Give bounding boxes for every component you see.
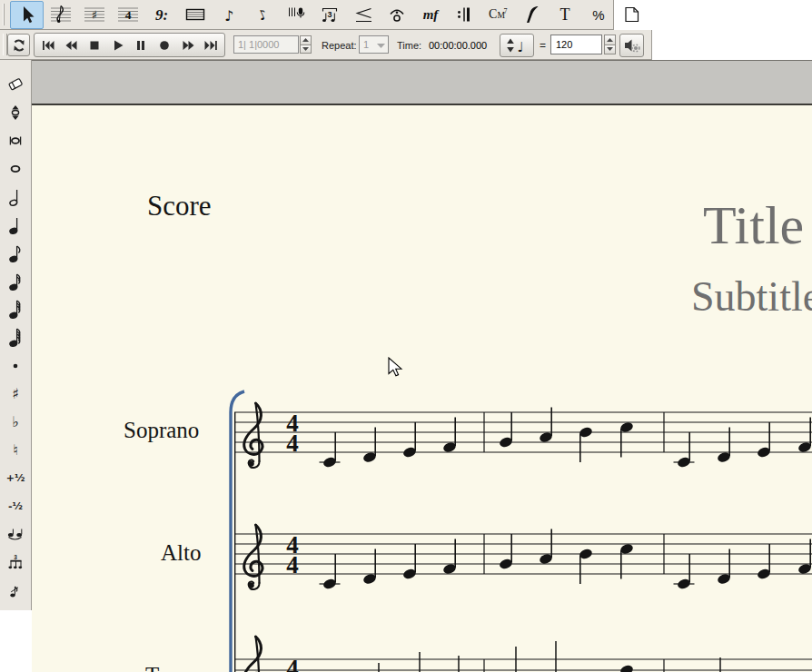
svg-text:3: 3 bbox=[327, 10, 332, 19]
eighth-note-icon bbox=[7, 243, 24, 263]
palette-sixty-fourth-note[interactable] bbox=[0, 323, 31, 351]
tool-time-signature[interactable]: 4 bbox=[111, 1, 144, 29]
note-E4[interactable] bbox=[402, 544, 418, 580]
time-signature-digit: 4 bbox=[286, 655, 299, 672]
time-value: 00:00:00.000 bbox=[429, 40, 487, 51]
quarter-note-icon bbox=[7, 215, 24, 235]
subtitle-text[interactable]: Subtitle bbox=[691, 275, 812, 319]
palette-grace-note[interactable] bbox=[0, 577, 31, 605]
staff-label-soprano[interactable]: Soprano bbox=[124, 419, 199, 442]
tempo-value: 120 bbox=[556, 39, 572, 50]
note-G4[interactable] bbox=[499, 534, 514, 570]
tool-smart-shape[interactable] bbox=[346, 1, 380, 29]
eraser-icon bbox=[7, 76, 24, 92]
augmentation-dot-icon bbox=[11, 361, 20, 371]
tool-staff[interactable] bbox=[44, 1, 77, 29]
smart-shape-icon bbox=[352, 4, 375, 25]
playback-position-counter[interactable]: 1| 1|0000 bbox=[233, 35, 299, 54]
tool-chord[interactable]: CM7 bbox=[480, 1, 514, 29]
time-signature-digit: 4 bbox=[286, 551, 299, 578]
transport-play-button[interactable] bbox=[106, 34, 130, 56]
note-B4[interactable] bbox=[579, 426, 594, 462]
palette-whole-note[interactable] bbox=[0, 154, 31, 183]
repeat-dropdown[interactable]: 1 bbox=[359, 35, 389, 54]
go-to-start-icon bbox=[41, 39, 55, 52]
chevron-down-icon bbox=[377, 44, 385, 48]
up-arrow-icon bbox=[302, 38, 309, 42]
spinner-down-button[interactable] bbox=[300, 45, 312, 54]
transport-stop-button[interactable] bbox=[83, 34, 106, 56]
transport-go-to-start-button[interactable] bbox=[36, 34, 60, 56]
palette-thirty-second-note[interactable] bbox=[0, 295, 31, 323]
palette-eraser[interactable] bbox=[0, 70, 31, 98]
svg-text:4: 4 bbox=[124, 8, 131, 22]
palette-augmentation-dot[interactable] bbox=[0, 351, 31, 380]
tool-tuplet[interactable]: 3 bbox=[312, 1, 346, 29]
palette-double-whole-note[interactable] bbox=[0, 126, 31, 154]
note-G4[interactable] bbox=[499, 412, 514, 449]
title-text[interactable]: Title bbox=[703, 197, 804, 254]
tool-simple-entry[interactable]: ♪ bbox=[212, 1, 245, 29]
palette-tuplet[interactable]: 3 bbox=[0, 548, 31, 577]
note-C4[interactable] bbox=[674, 432, 695, 469]
tool-measure[interactable] bbox=[178, 1, 212, 29]
position-counter-value: 1| 1|0000 bbox=[238, 39, 279, 50]
note-E4[interactable] bbox=[402, 422, 418, 459]
toolbar-grip[interactable] bbox=[3, 4, 5, 25]
natural-icon: ♮ bbox=[13, 443, 18, 458]
playback-settings-button[interactable] bbox=[7, 34, 30, 56]
palette-natural[interactable]: ♮ bbox=[0, 436, 31, 464]
tempo-field[interactable]: 120 bbox=[550, 35, 602, 54]
palette-tie[interactable] bbox=[0, 520, 31, 548]
tool-text[interactable]: T bbox=[548, 1, 581, 29]
time-signature-digit: 4 bbox=[286, 430, 299, 457]
audio-settings-button[interactable] bbox=[619, 34, 644, 57]
palette-sharp[interactable]: ♯ bbox=[0, 380, 31, 408]
transport-go-to-end-button[interactable] bbox=[199, 34, 223, 56]
tool-speedy-entry[interactable]: ♪ bbox=[245, 1, 279, 29]
palette-half-note[interactable] bbox=[0, 183, 31, 211]
score-page[interactable]: 44444 Score Title Subtitle Soprano Alto … bbox=[32, 104, 812, 672]
spinner-down-button[interactable] bbox=[604, 45, 616, 55]
note-C4[interactable] bbox=[320, 432, 341, 469]
transport-buttons bbox=[34, 33, 225, 57]
palette-flat[interactable]: ♭ bbox=[0, 408, 31, 436]
tool-repeat[interactable] bbox=[447, 1, 480, 29]
note-E4[interactable] bbox=[757, 422, 772, 459]
tool-selection[interactable] bbox=[10, 1, 44, 29]
spinner-up-button[interactable] bbox=[604, 35, 616, 45]
tool-lyrics[interactable] bbox=[514, 1, 548, 29]
palette-quarter-note[interactable] bbox=[0, 211, 31, 239]
treble-clef bbox=[244, 637, 262, 672]
half-step-down-icon: -½ bbox=[8, 501, 23, 511]
palette-repitch[interactable] bbox=[0, 98, 31, 126]
note-C4[interactable] bbox=[674, 554, 695, 590]
tool-page-layout[interactable] bbox=[615, 1, 649, 29]
palette-half-step-down[interactable]: -½ bbox=[0, 492, 31, 520]
tool-clef[interactable]: 9: bbox=[144, 1, 178, 29]
palette-half-step-up[interactable]: +½ bbox=[0, 464, 31, 492]
note-C4[interactable] bbox=[320, 554, 341, 590]
score-text-block[interactable]: Score bbox=[147, 192, 212, 222]
note-E4[interactable] bbox=[757, 544, 772, 580]
expression-icon: mf bbox=[419, 4, 442, 25]
tool-key-signature[interactable]: ♯ bbox=[77, 1, 111, 29]
workspace-background bbox=[32, 60, 812, 104]
tempo-unit-button[interactable]: ♩ bbox=[500, 34, 534, 57]
tool-resize[interactable]: % bbox=[581, 1, 615, 29]
transport-pause-button[interactable] bbox=[130, 34, 153, 56]
palette-eighth-note[interactable] bbox=[0, 239, 31, 267]
transport-rewind-button[interactable] bbox=[60, 34, 84, 56]
staff-label-tenor[interactable]: Tenor bbox=[145, 664, 198, 672]
palette-sixteenth-note[interactable] bbox=[0, 267, 31, 295]
transport-fast-forward-button[interactable] bbox=[176, 34, 200, 56]
up-arrow-icon bbox=[607, 38, 613, 42]
tool-articulation[interactable] bbox=[380, 1, 413, 29]
spinner-up-button[interactable] bbox=[300, 35, 312, 45]
staff-label-alto[interactable]: Alto bbox=[161, 541, 201, 565]
transport-record-button[interactable] bbox=[153, 34, 176, 56]
tool-hyperscribe[interactable] bbox=[279, 1, 312, 29]
go-to-end-icon bbox=[203, 39, 218, 52]
note-B4[interactable] bbox=[579, 548, 594, 584]
tool-expression[interactable]: mf bbox=[413, 1, 447, 29]
